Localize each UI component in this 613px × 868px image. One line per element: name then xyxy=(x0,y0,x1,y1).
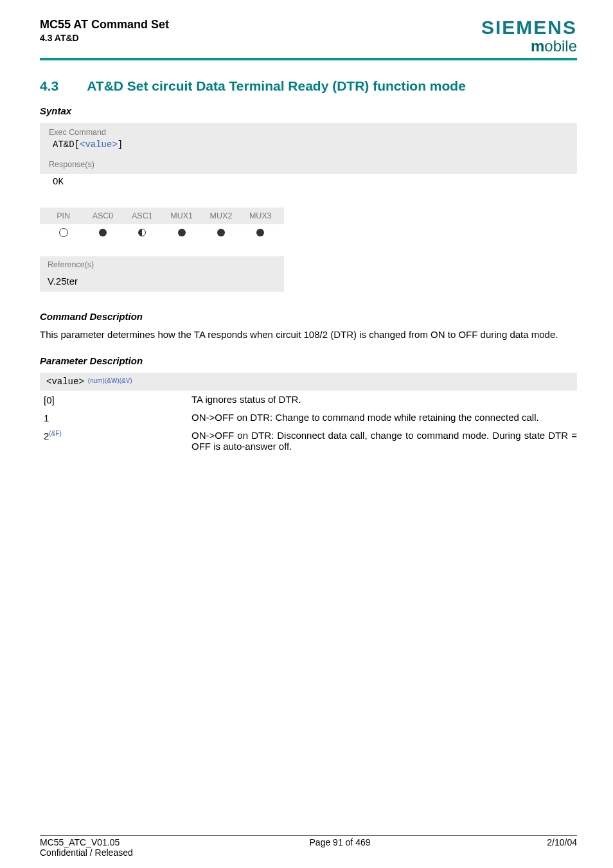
response-label: Response(s) xyxy=(40,155,577,174)
section-heading: AT&D Set circuit Data Terminal Ready (DT… xyxy=(87,78,577,94)
col-pin: PIN xyxy=(44,211,83,220)
footer-confidential: Confidential / Released xyxy=(40,847,133,858)
page-footer: MC55_ATC_V01.05 Confidential / Released … xyxy=(40,837,577,858)
exec-command: AT&D[<value>] xyxy=(49,139,571,150)
page: MC55 AT Command Set 4.3 AT&D SIEMENS mob… xyxy=(0,0,613,868)
col-mux2: MUX2 xyxy=(201,211,240,220)
footer-page: Page 91 of 469 xyxy=(133,837,547,858)
param-key-sup: (&F) xyxy=(49,430,61,437)
syntax-heading: Syntax xyxy=(40,105,577,116)
parameter-name: <value> xyxy=(46,376,84,387)
footer-left: MC55_ATC_V01.05 Confidential / Released xyxy=(40,837,133,858)
footer-rule xyxy=(40,835,577,836)
header-rule xyxy=(40,58,577,60)
parameter-table: [0] TA ignores status of DTR. 1 ON->OFF … xyxy=(40,391,577,455)
exec-label: Exec Command xyxy=(49,128,571,137)
param-key-text: 1 xyxy=(44,412,49,423)
dot-mux1-icon xyxy=(178,229,186,236)
col-asc1: ASC1 xyxy=(123,211,162,220)
dot-pin-icon xyxy=(59,228,68,237)
exec-block: Exec Command AT&D[<value>] Response(s) O… xyxy=(40,123,577,193)
section-number: 4.3 xyxy=(40,78,58,94)
dot-asc0-icon xyxy=(99,229,107,236)
command-description-text: This parameter determines how the TA res… xyxy=(40,328,577,341)
table-row: 1 ON->OFF on DTR: Change to command mode… xyxy=(40,409,577,427)
interface-table: PIN ASC0 ASC1 MUX1 MUX2 MUX3 xyxy=(40,208,284,244)
reference-box: Reference(s) V.25ter xyxy=(40,256,284,292)
col-asc0: ASC0 xyxy=(83,211,122,220)
page-header: MC55 AT Command Set 4.3 AT&D SIEMENS mob… xyxy=(40,18,577,54)
brand-sub-rest: obile xyxy=(544,37,577,55)
parameter-description-heading: Parameter Description xyxy=(40,355,577,366)
response-block: Response(s) OK xyxy=(40,155,577,193)
param-desc: ON->OFF on DTR: Change to command mode w… xyxy=(191,412,577,423)
exec-cmd-param: <value> xyxy=(80,139,118,150)
param-key: [0] xyxy=(44,394,191,405)
doc-title: MC55 AT Command Set xyxy=(40,18,169,31)
interface-table-values xyxy=(40,224,284,244)
brand-logo: SIEMENS xyxy=(481,18,577,37)
reference-value: V.25ter xyxy=(40,273,284,292)
breadcrumb: 4.3 AT&D xyxy=(40,33,169,43)
parameter-header: <value> (num)(&W)(&V) xyxy=(40,373,577,391)
param-desc: ON->OFF on DTR: Disconnect data call, ch… xyxy=(191,430,577,452)
param-key-text: [0] xyxy=(44,394,55,405)
header-left: MC55 AT Command Set 4.3 AT&D xyxy=(40,18,169,43)
exec-cmd-close: ] xyxy=(118,139,123,150)
param-desc: TA ignores status of DTR. xyxy=(191,394,577,405)
brand-sub-m: m xyxy=(531,37,544,55)
table-row: [0] TA ignores status of DTR. xyxy=(40,391,577,409)
brand-subtext: mobile xyxy=(481,39,577,54)
response-body: OK xyxy=(40,174,577,193)
footer-date: 2/10/04 xyxy=(547,837,577,858)
command-description-heading: Command Description xyxy=(40,311,577,322)
col-mux1: MUX1 xyxy=(162,211,201,220)
dot-mux2-icon xyxy=(217,229,225,236)
footer-version: MC55_ATC_V01.05 xyxy=(40,837,133,847)
section-title: 4.3 AT&D Set circuit Data Terminal Ready… xyxy=(40,78,577,94)
param-key: 2(&F) xyxy=(44,430,191,441)
dot-mux3-icon xyxy=(256,229,264,236)
parameter-tags: (num)(&W)(&V) xyxy=(88,377,132,384)
exec-cmd-open: [ xyxy=(75,139,80,150)
header-right: SIEMENS mobile xyxy=(481,18,577,54)
dot-asc1-icon xyxy=(138,229,146,236)
param-key: 1 xyxy=(44,412,191,423)
exec-command-box: Exec Command AT&D[<value>] xyxy=(40,123,577,155)
col-mux3: MUX3 xyxy=(241,211,280,220)
reference-label: Reference(s) xyxy=(40,256,284,273)
interface-table-header: PIN ASC0 ASC1 MUX1 MUX2 MUX3 xyxy=(40,208,284,224)
exec-cmd-prefix: AT&D xyxy=(53,139,75,150)
table-row: 2(&F) ON->OFF on DTR: Disconnect data ca… xyxy=(40,427,577,455)
